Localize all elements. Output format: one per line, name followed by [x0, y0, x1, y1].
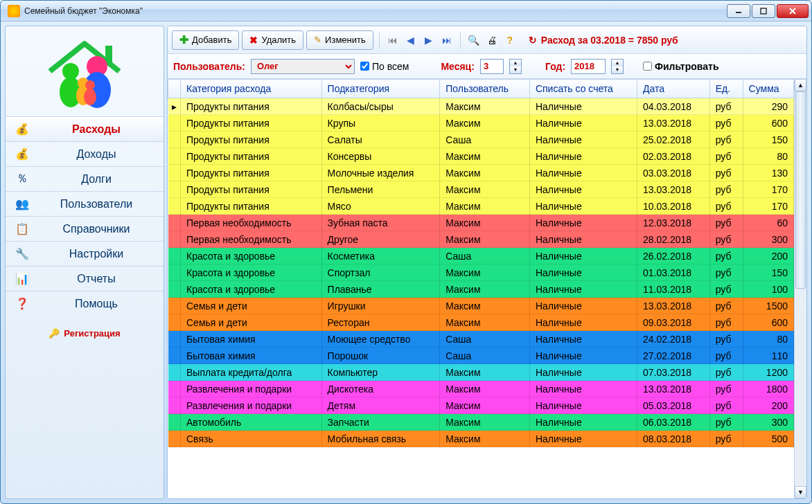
add-button[interactable]: ✚Добавить [172, 30, 239, 50]
cell-subcategory: Запчасти [321, 414, 440, 431]
table-row[interactable]: Продукты питания Пельмени Максим Наличны… [168, 181, 794, 198]
list-icon: 📋 [14, 221, 30, 237]
table-row[interactable]: Красота и здоровье Плаванье Максим Налич… [168, 281, 794, 298]
sidebar-item-4[interactable]: 📋Справочники [6, 216, 164, 241]
cell-subcategory: Игрушки [321, 298, 440, 314]
nav-last-button[interactable]: ⏭ [439, 33, 454, 48]
nav-next-button[interactable]: ▶ [421, 33, 436, 48]
sidebar-item-1[interactable]: 💰Доходы [6, 141, 164, 166]
sidebar-item-6[interactable]: 📊Отчеты [6, 266, 164, 291]
col-header-4[interactable]: Дата [637, 80, 709, 98]
col-header-2[interactable]: Пользователь [440, 80, 530, 98]
cell-sum: 60 [743, 215, 793, 231]
sidebar-item-7[interactable]: ❓Помощь [6, 291, 164, 316]
cell-sum: 1800 [743, 381, 793, 397]
col-header-6[interactable]: Сумма [743, 80, 793, 98]
table-row[interactable]: Продукты питания Крупы Максим Наличные 1… [168, 115, 794, 132]
table-row[interactable]: Выплата кредита/долга Компьютер Максим Н… [168, 364, 794, 381]
cell-unit: руб [709, 414, 743, 431]
cell-subcategory: Зубная паста [321, 215, 440, 231]
registration-link[interactable]: 🔑 Регистрация [6, 328, 164, 339]
scroll-down-button[interactable]: ▼ [795, 486, 806, 498]
table-row[interactable]: Бытовая химия Порошок Саша Наличные 27.0… [168, 348, 794, 364]
coins-plus-icon: 💰 [14, 146, 30, 163]
vertical-scrollbar[interactable]: ▲ ▼ [794, 79, 806, 498]
table-row[interactable]: Развлечения и подарки Детям Максим Налич… [168, 397, 794, 414]
cell-sum: 200 [743, 397, 793, 414]
cell-unit: руб [709, 165, 743, 181]
table-row[interactable]: Автомобиль Запчасти Максим Наличные 06.0… [168, 414, 794, 431]
month-input[interactable] [480, 59, 504, 74]
user-select[interactable]: Олег [251, 59, 355, 74]
maximize-button[interactable] [752, 4, 775, 18]
table-row[interactable]: Бытовая химия Моющее средство Саша Налич… [168, 331, 794, 348]
table-row[interactable]: Семья и дети Ресторан Максим Наличные 09… [168, 314, 794, 331]
row-marker [168, 198, 181, 215]
table-row[interactable]: Красота и здоровье Спортзал Максим Налич… [168, 264, 794, 281]
row-marker: ▸ [168, 98, 181, 115]
table-row[interactable]: Первая необходимость Другое Максим Налич… [168, 231, 794, 248]
scroll-thumb[interactable] [795, 91, 806, 289]
titlebar[interactable]: Семейный бюджет "Экономка" [1, 1, 811, 21]
cell-account: Наличные [529, 98, 637, 115]
col-header-3[interactable]: Списать со счета [529, 80, 637, 98]
cell-date: 13.03.2018 [637, 381, 709, 397]
cell-account: Наличные [529, 431, 637, 447]
row-marker [168, 148, 181, 165]
table-row[interactable]: Семья и дети Игрушки Максим Наличные 13.… [168, 298, 794, 314]
print-button[interactable]: 🖨 [484, 33, 500, 48]
year-input[interactable] [571, 59, 606, 74]
table-row[interactable]: Развлечения и подарки Дискотека Максим Н… [168, 381, 794, 397]
sidebar-item-3[interactable]: 👥Пользователи [6, 191, 164, 216]
cell-category: Семья и дети [181, 314, 322, 331]
table-row[interactable]: Продукты питания Консервы Максим Наличны… [168, 148, 794, 165]
by-all-checkbox[interactable]: По всем [360, 61, 409, 72]
sidebar-item-2[interactable]: ％Долги [6, 166, 164, 191]
cell-date: 28.02.2018 [637, 231, 709, 248]
cell-subcategory: Пельмени [321, 181, 440, 198]
nav-prev-button[interactable]: ◀ [403, 33, 418, 48]
table-row[interactable]: Первая необходимость Зубная паста Максим… [168, 215, 794, 231]
row-marker [168, 348, 181, 364]
nav-first-button[interactable]: ⏮ [385, 33, 400, 48]
row-marker-header [168, 80, 181, 98]
filter-checkbox[interactable]: Фильтровать [643, 61, 718, 72]
cell-account: Наличные [529, 115, 637, 132]
cell-user: Максим [440, 381, 530, 397]
row-marker [168, 281, 181, 298]
sidebar-item-5[interactable]: 🔧Настройки [6, 241, 164, 266]
table-row[interactable]: ▸ Продукты питания Колбасы/сыры Максим Н… [168, 98, 794, 115]
table-row[interactable]: Продукты питания Мясо Максим Наличные 10… [168, 198, 794, 215]
edit-button[interactable]: ✎Изменить [306, 30, 373, 50]
year-spinner[interactable]: ▲▼ [611, 59, 624, 74]
col-header-1[interactable]: Подкатегория [321, 80, 440, 98]
close-button[interactable] [777, 4, 809, 18]
minimize-button[interactable] [727, 4, 750, 18]
delete-button[interactable]: ✖Удалить [242, 30, 303, 50]
cell-sum: 1500 [743, 298, 793, 314]
cell-user: Максим [440, 298, 530, 314]
scroll-up-button[interactable]: ▲ [795, 79, 806, 91]
cell-account: Наличные [529, 281, 637, 298]
col-header-0[interactable]: Категория расхода [181, 80, 322, 98]
table-row[interactable]: Продукты питания Молочные изделия Максим… [168, 165, 794, 181]
table-row[interactable]: Связь Мобильная связь Максим Наличные 08… [168, 431, 794, 447]
sidebar-item-0[interactable]: 💰Расходы [6, 116, 164, 141]
table-row[interactable]: Продукты питания Салаты Саша Наличные 25… [168, 132, 794, 148]
cell-date: 12.03.2018 [637, 215, 709, 231]
expense-table[interactable]: Категория расходаПодкатегорияПользовател… [168, 79, 794, 498]
x-icon: ✖ [249, 35, 258, 46]
row-marker [168, 165, 181, 181]
col-header-5[interactable]: Ед. [709, 80, 743, 98]
cell-sum: 80 [743, 148, 793, 165]
table-row[interactable]: Красота и здоровье Косметика Саша Наличн… [168, 248, 794, 264]
cell-sum: 300 [743, 414, 793, 431]
cell-date: 02.03.2018 [637, 148, 709, 165]
svg-rect-1 [761, 8, 766, 14]
month-spinner[interactable]: ▲▼ [509, 59, 522, 74]
cell-unit: руб [709, 298, 743, 314]
cell-unit: руб [709, 231, 743, 248]
search-button[interactable]: 🔍 [466, 33, 482, 48]
help-button[interactable]: ? [502, 33, 518, 48]
cell-sum: 100 [743, 281, 793, 298]
